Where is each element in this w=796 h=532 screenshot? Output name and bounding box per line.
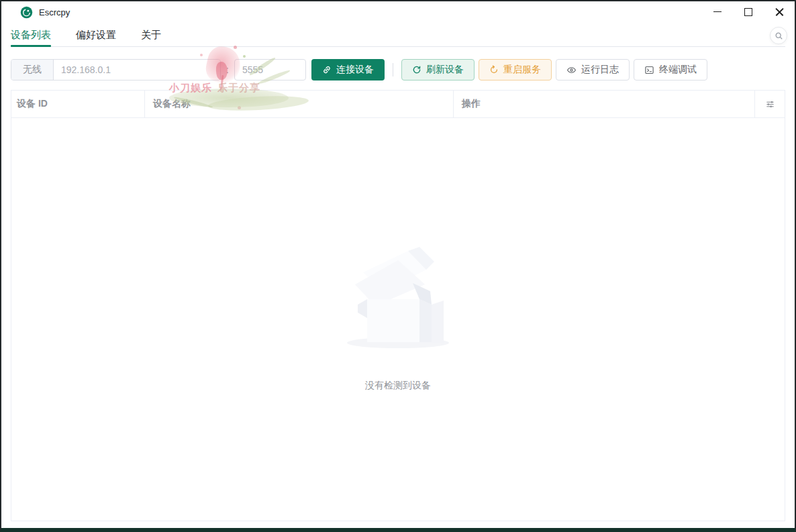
device-table-body: 没有检测到设备 [11,118,785,522]
column-header-device-name-label: 设备名称 [153,98,191,110]
refresh-devices-button[interactable]: 刷新设备 [401,59,475,81]
connection-toolbar: 无线 : 连接设备 刷新设备 重启服务 [11,59,785,81]
terminal-debug-label: 终端调试 [659,64,697,76]
run-logs-label: 运行日志 [581,64,619,76]
tab-preferences-label: 偏好设置 [76,29,116,42]
device-table: 设备 ID 设备名称 操作 [11,90,785,521]
port-input[interactable] [234,59,306,81]
app-window: Escrcpy 设备列表 偏好设置 关于 无线 : [0,0,796,532]
search-button[interactable] [770,27,787,44]
column-header-device-id: 设备 ID [11,91,145,117]
restart-service-button[interactable]: 重启服务 [479,59,552,81]
refresh-devices-label: 刷新设备 [426,64,464,76]
column-header-actions: 操作 [454,91,755,117]
terminal-debug-button[interactable]: 终端调试 [634,59,707,81]
app-logo-icon [20,6,33,19]
column-header-actions-label: 操作 [462,98,481,110]
column-tools-cell [755,91,785,117]
empty-state-text: 没有检测到设备 [365,380,431,392]
wireless-address-group: 无线 [11,59,221,81]
refresh-icon [412,65,421,74]
tab-device-list[interactable]: 设备列表 [11,24,51,46]
tab-about[interactable]: 关于 [141,24,161,46]
connect-device-label: 连接设备 [336,64,374,76]
maximize-button[interactable] [733,1,764,22]
link-icon [322,65,332,74]
wireless-prepend-label: 无线 [11,60,54,80]
tab-device-list-label: 设备列表 [11,29,51,42]
app-title: Escrcpy [39,7,70,17]
empty-box-illustration [344,243,452,350]
ip-address-input[interactable] [54,60,220,80]
tab-preferences[interactable]: 偏好设置 [76,24,116,46]
close-icon [775,7,784,16]
column-header-device-id-label: 设备 ID [17,98,48,110]
close-button[interactable] [764,1,795,22]
restart-service-label: 重启服务 [503,64,541,76]
device-table-header: 设备 ID 设备名称 操作 [11,91,785,118]
terminal-icon [644,65,654,75]
connect-device-button[interactable]: 连接设备 [311,59,385,81]
tab-about-label: 关于 [141,29,161,42]
minimize-button[interactable] [702,1,733,22]
column-settings-button[interactable] [762,97,778,112]
maximize-icon [744,8,752,16]
eye-icon [566,65,577,75]
window-controls [702,1,795,22]
toolbar-divider [393,63,393,76]
run-logs-button[interactable]: 运行日志 [556,59,630,81]
minimize-icon [713,11,722,12]
titlebar: Escrcpy [1,1,795,23]
search-icon [775,32,783,40]
restart-icon [489,65,499,74]
column-header-device-name: 设备名称 [145,91,454,117]
sliders-icon [765,99,775,109]
port-separator: : [226,64,229,75]
tab-bar: 设备列表 偏好设置 关于 [11,24,785,47]
